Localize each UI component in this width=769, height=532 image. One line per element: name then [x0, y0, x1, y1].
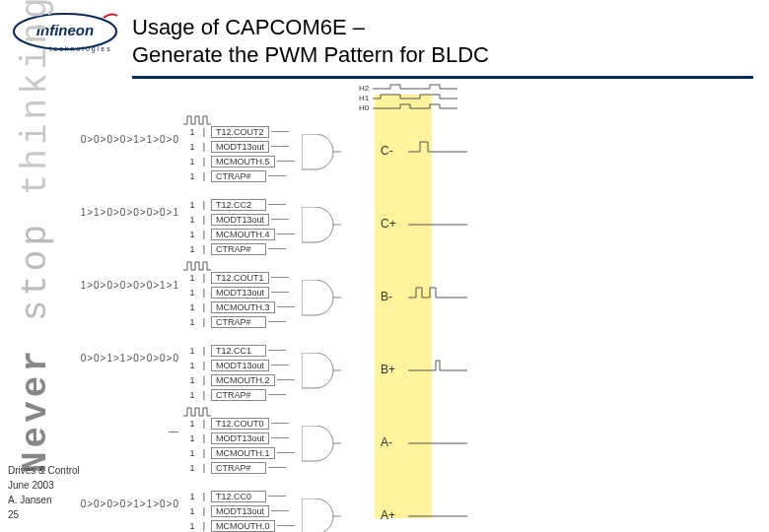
logic-one: 1: [183, 375, 201, 385]
input-row: 1|T12.COUT1: [183, 270, 295, 285]
wire: [268, 321, 286, 322]
title-line-1: Usage of CAPCOM6E –: [132, 14, 753, 41]
wire: [277, 306, 295, 307]
signal-box: MCMOUTH.2: [211, 374, 275, 386]
input-row: 1|CTRAP#: [183, 241, 295, 256]
input-rows: 1|T12.CC11|MODT13out1|MCMOUTH.21|CTRAP#: [183, 343, 295, 402]
tick-mark: |: [201, 448, 207, 458]
tick-mark: |: [201, 230, 207, 239]
input-row: 1|MCMOUTH.0: [183, 518, 295, 532]
wire: [277, 379, 295, 380]
title-block: Usage of CAPCOM6E – Generate the PWM Pat…: [132, 14, 753, 79]
input-row: 1|MCMOUTH.3: [183, 299, 295, 314]
logic-one: 1: [183, 433, 201, 443]
footer-page: 25: [8, 507, 80, 522]
footer: Drives & Control June 2003 A. Jansen 25: [8, 463, 80, 522]
input-row: 1|MODT13out: [183, 212, 295, 227]
tick-mark: |: [201, 521, 207, 531]
input-rows: 1|T12.COUT21|MODT13out1|MCMOUTH.51|CTRAP…: [183, 124, 295, 183]
signal-box: MODT13out: [211, 141, 269, 153]
wire: [271, 277, 289, 278]
signal-box: T12.COUT1: [211, 272, 269, 284]
output-wave: [408, 430, 471, 451]
signal-box: MODT13out: [211, 432, 269, 444]
logic-one: 1: [183, 463, 201, 473]
hall-label-h2: H2: [359, 84, 370, 93]
tick-mark: |: [201, 302, 207, 312]
wire: [271, 423, 289, 424]
logic-one: 1: [183, 244, 201, 254]
input-row: 1|T12.CC0: [183, 489, 295, 503]
signal-box: MCMOUTH.5: [211, 156, 275, 167]
footer-dept: Drives & Control: [8, 463, 80, 478]
signal-box: CTRAP#: [211, 316, 266, 328]
and-gate-icon: [302, 499, 341, 532]
input-row: 1|MCMOUTH.4: [183, 227, 295, 241]
wire: [277, 452, 295, 453]
input-row: 1|CTRAP#: [183, 387, 295, 402]
tick-mark: |: [201, 127, 207, 137]
logic-one: 1: [183, 273, 201, 283]
input-row: 1|T12.CC2: [183, 197, 295, 212]
and-gate-icon: [302, 426, 341, 469]
logic-one: 1: [183, 288, 201, 298]
output-wave: [408, 502, 471, 524]
logic-one: 1: [183, 142, 201, 152]
logic-one: 1: [183, 492, 201, 501]
side-thinking: thinking: [16, 0, 56, 195]
logic-one: 1: [183, 302, 201, 312]
wire: [271, 219, 289, 220]
input-row: 1|MODT13out: [183, 503, 295, 518]
tick-mark: |: [201, 463, 207, 473]
hall-signals: H2 H1 H0: [349, 83, 467, 122]
signal-box: MCMOUTH.1: [211, 447, 275, 459]
logic-one: 1: [183, 448, 201, 458]
signal-box: CTRAP#: [211, 462, 266, 474]
tick-mark: |: [201, 273, 207, 283]
sequence-label: 0>0>1>1>0>0>0>0: [69, 353, 179, 364]
wire: [271, 510, 289, 511]
signal-box: T12.COUT0: [211, 418, 269, 430]
wire: [268, 248, 286, 249]
tick-mark: |: [201, 390, 207, 400]
output-label: C+: [381, 217, 396, 231]
output-label: B+: [381, 363, 395, 376]
input-row: 1|MCMOUTH.5: [183, 154, 295, 168]
input-row: 1|MODT13out: [183, 358, 295, 372]
hall-label-h1: H1: [359, 94, 370, 102]
sequence-label: 0>0>0>0>1>1>0>0: [69, 499, 179, 509]
logic-one: 1: [183, 127, 201, 137]
output-label: A+: [381, 508, 395, 522]
wire: [268, 175, 286, 176]
input-row: 1|MODT13out: [183, 285, 295, 299]
tick-mark: |: [201, 171, 207, 181]
tick-mark: |: [201, 492, 207, 501]
sequence-label: 1>1>0>0>0>0>0>1: [69, 207, 179, 218]
signal-box: CTRAP#: [211, 243, 266, 255]
input-row: 1|T12.COUT2: [183, 124, 295, 139]
output-wave: [408, 284, 471, 305]
wire: [268, 496, 286, 497]
logic-one: 1: [183, 390, 201, 400]
input-row: 1|MODT13out: [183, 431, 295, 445]
output-label: C-: [381, 144, 393, 158]
signal-box: MODT13out: [211, 505, 269, 517]
wire: [268, 467, 286, 468]
output-wave: [408, 357, 471, 378]
and-gate-icon: [302, 134, 341, 177]
title-line-2: Generate the PWM Pattern for BLDC: [132, 41, 753, 69]
wire: [271, 131, 289, 132]
footer-date: June 2003: [8, 478, 80, 493]
logic-one: 1: [183, 171, 201, 181]
signal-box: MODT13out: [211, 214, 269, 226]
logic-one: 1: [183, 419, 201, 429]
signal-box: MCMOUTH.3: [211, 301, 275, 313]
wire: [277, 161, 295, 162]
side-never: Never: [16, 347, 56, 473]
and-gate-icon: [302, 207, 341, 250]
sequence-label: 1>0>0>0>0>0>1>1: [69, 280, 179, 291]
logic-one: 1: [183, 361, 201, 370]
title-rule: [132, 76, 753, 79]
signal-box: CTRAP#: [211, 389, 266, 401]
input-rows: 1|T12.COUT11|MODT13out1|MCMOUTH.31|CTRAP…: [183, 270, 295, 329]
